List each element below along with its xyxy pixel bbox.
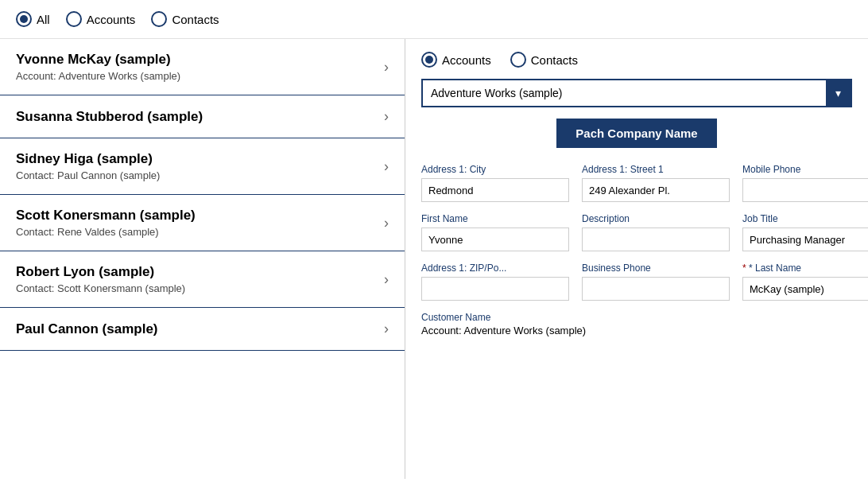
contact-info: Yvonne McKay (sample)Account: Adventure … [16, 52, 180, 82]
field-input[interactable] [742, 277, 868, 301]
field-label: Address 1: ZIP/Po... [421, 262, 569, 274]
right-filter-accounts[interactable]: Accounts [421, 52, 491, 68]
chevron-right-icon: › [384, 158, 389, 175]
filter-accounts[interactable]: Accounts [66, 11, 136, 27]
contact-sub: Contact: Paul Cannon (sample) [16, 169, 160, 181]
field-group: Address 1: Street 1 [582, 164, 730, 202]
top-filter-bar: All Accounts Contacts [0, 0, 868, 39]
field-input[interactable] [582, 228, 730, 251]
right-radio-contacts[interactable] [510, 52, 526, 68]
radio-accounts[interactable] [66, 11, 82, 27]
field-group: First Name [421, 213, 569, 251]
contact-name: Yvonne McKay (sample) [16, 52, 180, 68]
filter-all-label: All [37, 13, 50, 26]
field-input[interactable] [421, 178, 569, 202]
field-label: Address 1: City [421, 164, 569, 175]
right-radio-row: Accounts Contacts [421, 52, 852, 68]
contact-sub: Contact: Rene Valdes (sample) [16, 226, 196, 238]
contact-info: Sidney Higa (sample)Contact: Paul Cannon… [16, 151, 160, 181]
contact-sub: Contact: Scott Konersmann (sample) [16, 282, 185, 294]
chevron-right-icon: › [384, 108, 389, 125]
contact-name: Scott Konersmann (sample) [16, 208, 196, 224]
chevron-right-icon: › [384, 215, 389, 231]
patch-company-button[interactable]: Pach Company Name [556, 119, 716, 148]
right-filter-contacts[interactable]: Contacts [510, 52, 578, 68]
contact-list-item[interactable]: Scott Konersmann (sample)Contact: Rene V… [0, 195, 405, 251]
chevron-right-icon: › [384, 271, 389, 288]
dropdown-value: Adventure Works (sample) [423, 80, 826, 106]
contact-name: Susanna Stubberod (sample) [16, 109, 203, 125]
contact-list-item[interactable]: Paul Cannon (sample)› [0, 308, 405, 351]
left-panel: Yvonne McKay (sample)Account: Adventure … [0, 39, 405, 479]
field-label: * Last Name [742, 262, 868, 274]
field-group: Job Title [742, 213, 868, 251]
filter-contacts[interactable]: Contacts [151, 11, 219, 27]
field-group: Address 1: ZIP/Po... [421, 262, 569, 301]
filter-contacts-label: Contacts [172, 13, 219, 26]
right-radio-accounts[interactable] [421, 52, 437, 68]
customer-name-section: Customer Name Account: Adventure Works (… [421, 312, 852, 336]
radio-all[interactable] [16, 11, 32, 27]
fields-grid: Address 1: CityAddress 1: Street 1Mobile… [421, 164, 852, 301]
contact-info: Robert Lyon (sample)Contact: Scott Koner… [16, 264, 185, 294]
right-filter-contacts-label: Contacts [531, 53, 578, 67]
right-filter-accounts-label: Accounts [442, 53, 491, 67]
contact-info: Susanna Stubberod (sample) [16, 109, 203, 125]
field-label: Job Title [742, 213, 868, 224]
field-group: Mobile Phone [742, 164, 868, 202]
contact-info: Paul Cannon (sample) [16, 321, 158, 337]
field-group: Description [582, 213, 730, 251]
main-content: Yvonne McKay (sample)Account: Adventure … [0, 39, 868, 479]
customer-name-label: Customer Name [421, 312, 852, 323]
right-panel: Accounts Contacts Adventure Works (sampl… [405, 39, 868, 479]
filter-accounts-label: Accounts [87, 13, 136, 26]
field-label: Address 1: Street 1 [582, 164, 730, 175]
field-label: Business Phone [582, 262, 730, 274]
field-input[interactable] [421, 277, 569, 301]
radio-contacts[interactable] [151, 11, 167, 27]
field-input[interactable] [742, 228, 868, 251]
customer-name-value: Account: Adventure Works (sample) [421, 325, 852, 336]
filter-all[interactable]: All [16, 11, 50, 27]
field-label: First Name [421, 213, 569, 224]
field-group: Address 1: City [421, 164, 569, 202]
chevron-right-icon: › [384, 321, 389, 337]
field-label: Mobile Phone [742, 164, 868, 175]
field-group: Business Phone [582, 262, 730, 301]
contact-name: Robert Lyon (sample) [16, 264, 185, 280]
contact-info: Scott Konersmann (sample)Contact: Rene V… [16, 208, 196, 238]
contact-list-item[interactable]: Sidney Higa (sample)Contact: Paul Cannon… [0, 138, 405, 195]
field-input[interactable] [742, 178, 868, 202]
contact-list-item[interactable]: Robert Lyon (sample)Contact: Scott Koner… [0, 251, 405, 308]
contact-list-item[interactable]: Yvonne McKay (sample)Account: Adventure … [0, 39, 405, 95]
contact-name: Sidney Higa (sample) [16, 151, 160, 167]
field-input[interactable] [582, 277, 730, 301]
field-input[interactable] [421, 228, 569, 251]
field-group: * Last Name [742, 262, 868, 301]
account-dropdown[interactable]: Adventure Works (sample) ▾ [421, 79, 852, 107]
chevron-right-icon: › [384, 59, 389, 76]
contact-list-item[interactable]: Susanna Stubberod (sample)› [0, 95, 405, 138]
field-input[interactable] [582, 178, 730, 202]
dropdown-chevron-btn[interactable]: ▾ [826, 80, 851, 106]
field-label: Description [582, 213, 730, 224]
chevron-down-icon: ▾ [835, 87, 841, 99]
contact-name: Paul Cannon (sample) [16, 321, 158, 337]
contact-sub: Account: Adventure Works (sample) [16, 70, 180, 82]
